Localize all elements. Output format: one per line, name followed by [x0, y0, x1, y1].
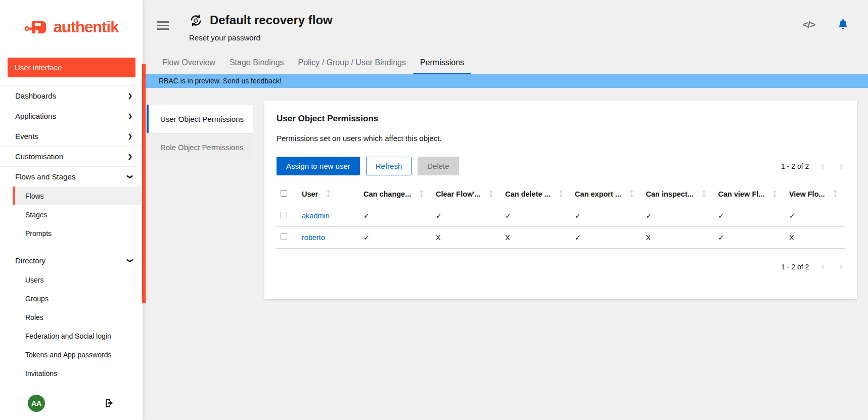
column-header-can-inspect[interactable]: Can inspect... — [642, 183, 714, 205]
process-automation-icon — [189, 14, 203, 27]
row-checkbox[interactable] — [281, 234, 287, 240]
page-subtitle: Reset your password — [189, 33, 333, 42]
permission-value: X — [642, 227, 714, 249]
pagination-label: 1 - 2 of 2 — [781, 162, 809, 170]
permission-value: ✓ — [571, 205, 642, 227]
permission-value: ✓ — [359, 227, 432, 249]
banner-text: RBAC is in preview. — [159, 77, 221, 85]
tab-policy-group-user-bindings[interactable]: Policy / Group / User Bindings — [291, 53, 413, 74]
sidebar-item-stages[interactable]: Stages — [13, 205, 143, 224]
page-header: Default recovery flow Reset your passwor… — [146, 0, 868, 51]
sidebar-item-applications[interactable]: Applications ❯ — [0, 106, 143, 126]
sort-icon — [559, 190, 563, 198]
pagination-top: 1 - 2 of 2 ‹ › — [781, 162, 845, 170]
main-area: Default recovery flow Reset your passwor… — [146, 0, 868, 420]
sort-icon — [326, 190, 331, 198]
toolbar: Assign to new user Refresh Delete 1 - 2 … — [277, 157, 845, 175]
permission-value: ✓ — [714, 205, 785, 227]
chevron-right-icon: ❯ — [128, 92, 132, 99]
permissions-table: User Can change... Clear Flow'... Can de… — [277, 183, 845, 249]
sort-icon — [489, 190, 493, 198]
column-header-user[interactable]: User — [298, 183, 359, 205]
sidebar-item-user-interface[interactable]: User interface — [8, 58, 135, 77]
tab-user-object-permissions[interactable]: User Object Permissions — [147, 105, 253, 133]
sort-icon — [702, 190, 706, 198]
column-header-clear-flow[interactable]: Clear Flow'... — [432, 183, 501, 205]
code-icon[interactable]: </> — [800, 19, 818, 31]
table-row: akadmin ✓ ✓ ✓ ✓ ✓ ✓ ✓ — [277, 205, 845, 227]
permission-value: ✓ — [571, 227, 642, 249]
accent-bar — [142, 64, 146, 303]
feedback-link[interactable]: Send us feedback! — [223, 77, 282, 85]
permission-value: X — [501, 227, 571, 249]
authentik-logo: authentik — [0, 0, 143, 55]
sidebar-item-users[interactable]: Users — [13, 270, 143, 289]
permission-side-tabs: User Object Permissions Role Object Perm… — [147, 105, 253, 161]
sidebar-item-prompts[interactable]: Prompts — [13, 224, 143, 243]
sign-out-icon[interactable] — [104, 398, 115, 410]
sidebar-item-customisation[interactable]: Customisation ❯ — [0, 146, 143, 166]
column-header-can-delete[interactable]: Can delete ... — [501, 183, 571, 205]
sidebar-item-flows[interactable]: Flows — [13, 186, 143, 205]
sort-icon — [419, 190, 424, 198]
sidebar-item-roles[interactable]: Roles — [13, 308, 143, 326]
chevron-down-icon: ❯ — [127, 258, 133, 262]
assign-to-new-user-button[interactable]: Assign to new user — [277, 157, 360, 175]
permission-value: ✓ — [501, 205, 571, 227]
sidebar-item-directory[interactable]: Directory ❯ — [0, 250, 143, 270]
tab-flow-overview[interactable]: Flow Overview — [155, 53, 222, 74]
sidebar-item-invitations[interactable]: Invitations — [13, 364, 143, 383]
bell-icon[interactable] — [837, 18, 849, 31]
sidebar-item-federation[interactable]: Federation and Social login — [13, 326, 143, 345]
page-title: Default recovery flow — [210, 13, 333, 27]
sidebar-item-flows-and-stages[interactable]: Flows and Stages ❯ — [0, 166, 143, 186]
permission-value: ✓ — [359, 205, 432, 227]
column-header-can-view[interactable]: Can view Fl... — [714, 183, 785, 205]
sidebar-item-dashboards[interactable]: Dashboards ❯ — [0, 85, 143, 106]
user-link-akadmin[interactable]: akadmin — [302, 212, 330, 220]
tab-bar: Flow Overview Stage Bindings Policy / Gr… — [146, 51, 868, 74]
card-description: Permissions set on users which affect th… — [277, 134, 845, 143]
chevron-down-icon: ❯ — [127, 174, 133, 179]
avatar[interactable]: AA — [28, 395, 45, 412]
pagination-prev-icon[interactable]: ‹ — [819, 163, 827, 170]
chevron-right-icon: ❯ — [128, 113, 132, 119]
pagination-bottom: 1 - 2 of 2 ‹ › — [277, 260, 845, 273]
sort-icon — [772, 190, 777, 198]
permission-value: X — [432, 227, 501, 249]
column-header-can-export[interactable]: Can export ... — [571, 183, 642, 205]
row-checkbox[interactable] — [281, 212, 287, 218]
pagination-prev-icon[interactable]: ‹ — [819, 260, 827, 273]
permission-value: X — [785, 227, 845, 249]
sort-icon — [629, 190, 634, 198]
column-header-can-change[interactable]: Can change... — [359, 183, 432, 205]
brand-name: authentik — [54, 18, 119, 36]
chevron-right-icon: ❯ — [128, 133, 132, 139]
pagination-next-icon[interactable]: › — [837, 163, 845, 170]
sidebar-item-groups[interactable]: Groups — [13, 289, 143, 308]
sidebar-item-tokens[interactable]: Tokens and App passwords — [13, 345, 143, 364]
tab-role-object-permissions[interactable]: Role Object Permissions — [147, 133, 253, 161]
hamburger-menu-icon[interactable] — [155, 16, 171, 35]
authentik-key-icon — [24, 18, 51, 36]
delete-button[interactable]: Delete — [418, 157, 459, 175]
permission-value: ✓ — [432, 205, 501, 227]
pagination-label: 1 - 2 of 2 — [781, 263, 809, 271]
refresh-button[interactable]: Refresh — [366, 157, 412, 175]
select-all-checkbox[interactable] — [281, 190, 287, 197]
column-header-view-flow[interactable]: View Flo... — [785, 183, 845, 205]
permission-value: ✓ — [642, 205, 714, 227]
rbac-preview-banner: RBAC is in preview. Send us feedback! — [146, 74, 868, 88]
tab-stage-bindings[interactable]: Stage Bindings — [222, 53, 291, 74]
tab-permissions[interactable]: Permissions — [413, 53, 471, 74]
chevron-right-icon: ❯ — [128, 153, 132, 160]
pagination-next-icon[interactable]: › — [837, 260, 845, 273]
user-link-roberto[interactable]: roberto — [302, 234, 325, 242]
permissions-card: User Object Permissions Permissions set … — [264, 101, 857, 299]
card-title: User Object Permissions — [277, 114, 845, 124]
sidebar: authentik User interface Dashboards ❯ Ap… — [0, 0, 143, 420]
sidebar-footer: AA — [0, 395, 143, 413]
sidebar-item-events[interactable]: Events ❯ — [0, 126, 143, 146]
table-header-row: User Can change... Clear Flow'... Can de… — [277, 183, 845, 205]
permission-value: ✓ — [714, 227, 785, 249]
